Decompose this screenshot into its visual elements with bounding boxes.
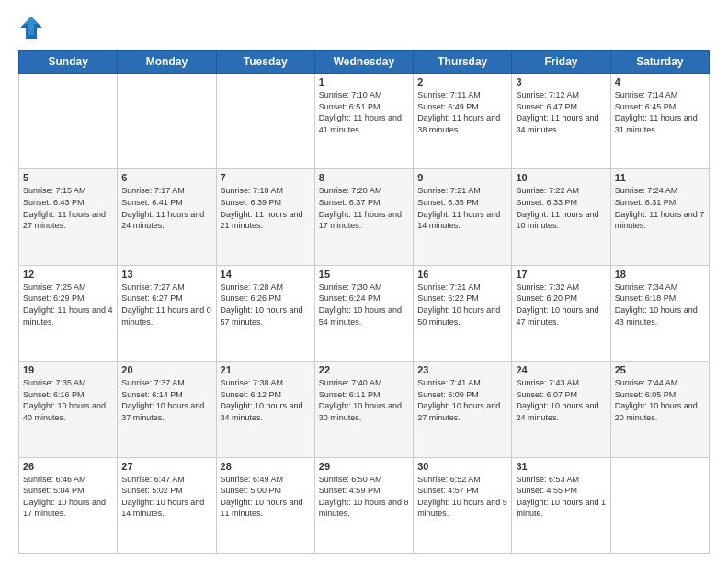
week-row-4: 19Sunrise: 7:35 AM Sunset: 6:16 PM Dayli…	[19, 362, 710, 457]
day-info: Sunrise: 7:40 AM Sunset: 6:11 PM Dayligh…	[319, 377, 409, 423]
page: SundayMondayTuesdayWednesdayThursdayFrid…	[0, 0, 728, 563]
day-number: 23	[417, 364, 507, 375]
day-number: 10	[516, 172, 606, 183]
day-cell: 26Sunrise: 6:46 AM Sunset: 5:04 PM Dayli…	[19, 457, 118, 553]
weekday-header-saturday: Saturday	[610, 51, 709, 74]
day-cell: 17Sunrise: 7:32 AM Sunset: 6:20 PM Dayli…	[512, 265, 610, 361]
day-number: 13	[121, 269, 211, 280]
day-info: Sunrise: 6:53 AM Sunset: 4:55 PM Dayligh…	[516, 474, 606, 520]
week-row-1: 1Sunrise: 7:10 AM Sunset: 6:51 PM Daylig…	[19, 74, 710, 169]
day-cell: 3Sunrise: 7:12 AM Sunset: 6:47 PM Daylig…	[512, 74, 610, 169]
day-number: 3	[516, 76, 606, 87]
day-info: Sunrise: 6:46 AM Sunset: 5:04 PM Dayligh…	[23, 474, 113, 520]
day-info: Sunrise: 7:22 AM Sunset: 6:33 PM Dayligh…	[516, 185, 606, 231]
day-cell: 4Sunrise: 7:14 AM Sunset: 6:45 PM Daylig…	[610, 74, 709, 169]
day-number: 24	[516, 364, 606, 375]
logo-icon	[18, 15, 44, 40]
day-cell: 16Sunrise: 7:31 AM Sunset: 6:22 PM Dayli…	[414, 265, 512, 361]
day-number: 17	[516, 269, 606, 280]
day-info: Sunrise: 7:10 AM Sunset: 6:51 PM Dayligh…	[319, 89, 409, 135]
day-cell: 12Sunrise: 7:25 AM Sunset: 6:29 PM Dayli…	[19, 265, 118, 361]
day-number: 22	[319, 364, 409, 375]
day-info: Sunrise: 6:47 AM Sunset: 5:02 PM Dayligh…	[121, 474, 211, 520]
day-number: 6	[121, 172, 211, 183]
day-cell: 11Sunrise: 7:24 AM Sunset: 6:31 PM Dayli…	[610, 169, 709, 265]
day-cell: 13Sunrise: 7:27 AM Sunset: 6:27 PM Dayli…	[118, 265, 216, 361]
day-number: 15	[319, 269, 409, 280]
day-info: Sunrise: 6:50 AM Sunset: 4:59 PM Dayligh…	[319, 474, 409, 520]
day-number: 11	[615, 172, 705, 183]
day-cell	[19, 74, 118, 169]
day-number: 12	[23, 269, 113, 280]
weekday-header-wednesday: Wednesday	[314, 51, 413, 74]
weekday-header-monday: Monday	[118, 51, 216, 74]
day-number: 20	[121, 364, 211, 375]
day-cell: 15Sunrise: 7:30 AM Sunset: 6:24 PM Dayli…	[314, 265, 413, 361]
day-number: 18	[615, 269, 705, 280]
logo	[18, 15, 48, 40]
day-info: Sunrise: 7:14 AM Sunset: 6:45 PM Dayligh…	[615, 89, 705, 135]
day-number: 19	[23, 364, 113, 375]
weekday-header-sunday: Sunday	[19, 51, 118, 74]
day-cell: 9Sunrise: 7:21 AM Sunset: 6:35 PM Daylig…	[414, 169, 512, 265]
day-cell: 31Sunrise: 6:53 AM Sunset: 4:55 PM Dayli…	[512, 457, 610, 553]
day-cell: 27Sunrise: 6:47 AM Sunset: 5:02 PM Dayli…	[118, 457, 216, 553]
day-info: Sunrise: 7:27 AM Sunset: 6:27 PM Dayligh…	[121, 282, 211, 327]
day-number: 31	[516, 461, 606, 472]
day-info: Sunrise: 7:21 AM Sunset: 6:35 PM Dayligh…	[417, 185, 507, 231]
weekday-header-tuesday: Tuesday	[216, 51, 314, 74]
week-row-2: 5Sunrise: 7:15 AM Sunset: 6:43 PM Daylig…	[19, 169, 710, 265]
day-cell: 25Sunrise: 7:44 AM Sunset: 6:05 PM Dayli…	[610, 362, 709, 457]
day-info: Sunrise: 7:20 AM Sunset: 6:37 PM Dayligh…	[319, 185, 409, 231]
day-cell: 10Sunrise: 7:22 AM Sunset: 6:33 PM Dayli…	[512, 169, 610, 265]
day-info: Sunrise: 7:30 AM Sunset: 6:24 PM Dayligh…	[319, 282, 409, 327]
day-number: 5	[23, 172, 113, 183]
day-cell: 20Sunrise: 7:37 AM Sunset: 6:14 PM Dayli…	[118, 362, 216, 457]
day-info: Sunrise: 7:34 AM Sunset: 6:18 PM Dayligh…	[615, 282, 705, 327]
day-number: 30	[417, 461, 507, 472]
day-info: Sunrise: 7:17 AM Sunset: 6:41 PM Dayligh…	[121, 185, 211, 231]
week-row-5: 26Sunrise: 6:46 AM Sunset: 5:04 PM Dayli…	[19, 457, 710, 553]
day-number: 16	[417, 269, 507, 280]
day-info: Sunrise: 7:41 AM Sunset: 6:09 PM Dayligh…	[417, 377, 507, 423]
day-info: Sunrise: 7:12 AM Sunset: 6:47 PM Dayligh…	[516, 89, 606, 135]
day-number: 14	[221, 269, 311, 280]
day-cell: 21Sunrise: 7:38 AM Sunset: 6:12 PM Dayli…	[216, 362, 314, 457]
day-info: Sunrise: 7:15 AM Sunset: 6:43 PM Dayligh…	[23, 185, 113, 231]
weekday-header-row: SundayMondayTuesdayWednesdayThursdayFrid…	[19, 51, 710, 74]
day-cell: 6Sunrise: 7:17 AM Sunset: 6:41 PM Daylig…	[118, 169, 216, 265]
day-cell: 29Sunrise: 6:50 AM Sunset: 4:59 PM Dayli…	[314, 457, 413, 553]
day-number: 4	[615, 76, 705, 87]
day-cell: 1Sunrise: 7:10 AM Sunset: 6:51 PM Daylig…	[314, 74, 413, 169]
day-info: Sunrise: 7:18 AM Sunset: 6:39 PM Dayligh…	[221, 185, 311, 231]
day-number: 28	[221, 461, 311, 472]
day-info: Sunrise: 7:38 AM Sunset: 6:12 PM Dayligh…	[221, 377, 311, 423]
day-number: 29	[319, 461, 409, 472]
day-cell: 24Sunrise: 7:43 AM Sunset: 6:07 PM Dayli…	[512, 362, 610, 457]
header	[18, 15, 710, 40]
day-cell: 8Sunrise: 7:20 AM Sunset: 6:37 PM Daylig…	[314, 169, 413, 265]
day-number: 26	[23, 461, 113, 472]
day-cell: 5Sunrise: 7:15 AM Sunset: 6:43 PM Daylig…	[19, 169, 118, 265]
day-number: 9	[417, 172, 507, 183]
day-info: Sunrise: 7:28 AM Sunset: 6:26 PM Dayligh…	[221, 282, 311, 327]
day-cell: 18Sunrise: 7:34 AM Sunset: 6:18 PM Dayli…	[610, 265, 709, 361]
day-cell: 14Sunrise: 7:28 AM Sunset: 6:26 PM Dayli…	[216, 265, 314, 361]
weekday-header-friday: Friday	[512, 51, 610, 74]
weekday-header-thursday: Thursday	[414, 51, 512, 74]
day-cell	[118, 74, 216, 169]
day-info: Sunrise: 7:44 AM Sunset: 6:05 PM Dayligh…	[615, 377, 705, 423]
day-info: Sunrise: 6:52 AM Sunset: 4:57 PM Dayligh…	[417, 474, 507, 520]
day-cell: 19Sunrise: 7:35 AM Sunset: 6:16 PM Dayli…	[19, 362, 118, 457]
day-info: Sunrise: 7:24 AM Sunset: 6:31 PM Dayligh…	[615, 185, 705, 231]
day-number: 2	[417, 76, 507, 87]
day-number: 1	[319, 76, 409, 87]
calendar-table: SundayMondayTuesdayWednesdayThursdayFrid…	[18, 50, 710, 554]
day-cell: 23Sunrise: 7:41 AM Sunset: 6:09 PM Dayli…	[414, 362, 512, 457]
day-info: Sunrise: 7:31 AM Sunset: 6:22 PM Dayligh…	[417, 282, 507, 327]
day-cell: 22Sunrise: 7:40 AM Sunset: 6:11 PM Dayli…	[314, 362, 413, 457]
day-number: 7	[221, 172, 311, 183]
day-cell: 2Sunrise: 7:11 AM Sunset: 6:49 PM Daylig…	[414, 74, 512, 169]
day-cell: 30Sunrise: 6:52 AM Sunset: 4:57 PM Dayli…	[414, 457, 512, 553]
day-number: 27	[121, 461, 211, 472]
